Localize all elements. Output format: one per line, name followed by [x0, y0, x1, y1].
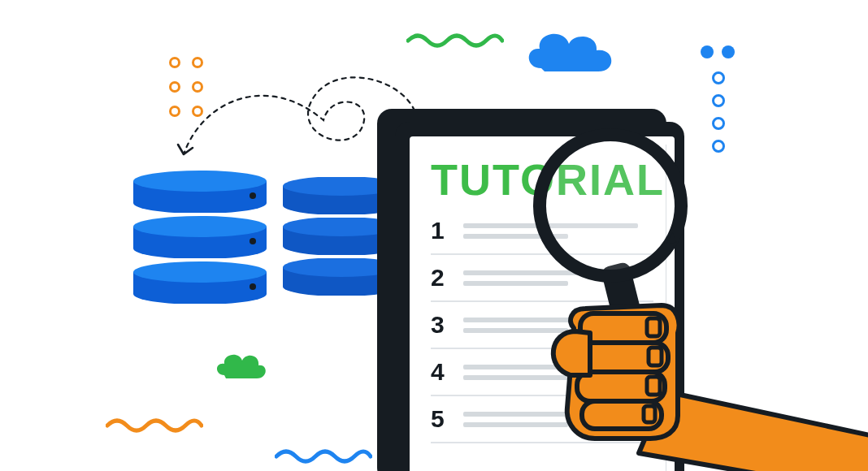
blue-squiggle-icon — [275, 445, 372, 465]
cloud-icon — [520, 26, 618, 76]
svg-point-11 — [133, 261, 267, 283]
step-number: 3 — [431, 311, 452, 339]
step-number: 4 — [431, 358, 452, 386]
illustration-stage: TUTORIAL 1 2 3 4 5 — [0, 0, 868, 471]
step-number: 5 — [431, 405, 452, 433]
svg-point-12 — [250, 283, 256, 290]
blue-dot-icon — [722, 45, 735, 58]
svg-point-20 — [250, 192, 256, 199]
blue-circle-icon — [712, 94, 725, 107]
orange-squiggle-icon — [106, 414, 203, 434]
magnifier-icon — [533, 128, 688, 283]
blue-circle-icon — [712, 117, 725, 130]
step-number: 1 — [431, 217, 452, 244]
svg-point-15 — [133, 216, 267, 237]
magnifier-lens-icon — [533, 128, 688, 283]
step-number: 2 — [431, 264, 452, 292]
cloud-icon — [213, 351, 267, 382]
blue-dot-icon — [701, 45, 714, 58]
hand-icon — [543, 294, 868, 471]
svg-point-19 — [133, 171, 267, 192]
svg-point-16 — [250, 238, 256, 244]
green-squiggle-icon — [406, 29, 504, 49]
blue-circle-icon — [712, 140, 725, 153]
blue-circle-icon — [712, 71, 725, 84]
